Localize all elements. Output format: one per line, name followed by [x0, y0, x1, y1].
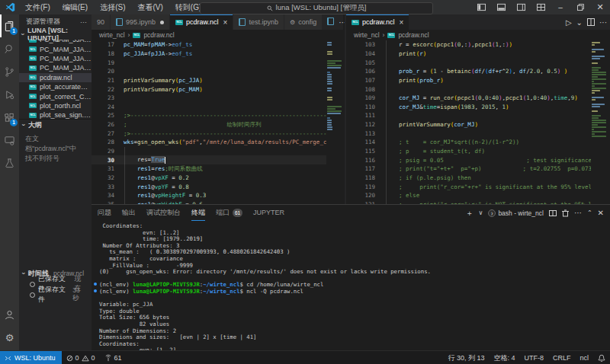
- minimap-line: [592, 67, 601, 69]
- terminal-selector[interactable]: ❯ bash - wirte_ncl: [488, 209, 544, 217]
- activity-explorer[interactable]: 1: [0, 14, 19, 37]
- split-editor-icon[interactable]: [587, 18, 595, 26]
- customize-layout-icon[interactable]: [531, 0, 551, 14]
- minimap-line: [592, 92, 595, 94]
- window-title-search[interactable]: luna [WSL: Ubuntu] [管理员]: [200, 2, 433, 14]
- code-editor-right[interactable]: 103 r = escorc(pcpc1(0,:),pcpc1(1,:))104…: [346, 40, 610, 204]
- notifications-bell[interactable]: [593, 351, 610, 364]
- file-item[interactable]: NCLPC_MAM_JJA_scatter_...: [19, 54, 92, 63]
- folder-section-header[interactable]: › LUNA [WSL: UBUNTU]: [19, 29, 92, 40]
- menu-item[interactable]: 编辑(E): [57, 0, 93, 14]
- activity-source-control[interactable]: [0, 60, 19, 83]
- terminal-dropdown-icon[interactable]: ∨: [479, 209, 483, 216]
- file-item[interactable]: NCLplot_north.ncl: [19, 101, 92, 110]
- toggle-secondary-sidebar-icon[interactable]: [511, 0, 531, 14]
- timeline-item[interactable]: 已保存文件33 秒: [19, 289, 92, 300]
- tab-90[interactable]: 90: [92, 14, 111, 30]
- file-item[interactable]: NCLplot_sea_sign.ncl: [19, 110, 92, 119]
- language-mode[interactable]: ncl: [575, 351, 593, 364]
- activity-remote-explorer[interactable]: [0, 129, 19, 152]
- indentation[interactable]: 空格: 4: [489, 351, 519, 364]
- minimap[interactable]: [591, 40, 608, 204]
- account-icon[interactable]: [0, 303, 19, 326]
- code-segment: res=: [124, 156, 151, 163]
- notebook-icon: [239, 18, 246, 26]
- bottom-panel: 问题输出调试控制台终端端口61JUPYTER ＋ ∨ ❯ bash - wirt…: [92, 204, 610, 351]
- minimize-icon[interactable]: –: [551, 0, 570, 14]
- menu-item[interactable]: 查看(V): [132, 0, 168, 14]
- panel-more-actions-icon[interactable]: ···: [574, 209, 582, 217]
- tab-pcdraw.ncl[interactable]: NCLpcdraw.ncl×: [346, 14, 409, 30]
- notebook-icon[interactable]: [327, 18, 334, 27]
- activity-search[interactable]: [0, 37, 19, 60]
- activity-extensions[interactable]: 1: [0, 106, 19, 129]
- ncl-file-icon: NCL: [29, 65, 37, 71]
- minimap-line: [327, 69, 343, 71]
- problems-indicator[interactable]: 0 0: [62, 351, 100, 364]
- error-icon: [66, 355, 73, 362]
- file-item[interactable]: NCLPC_MAM_JJA_scatter_...: [19, 44, 92, 53]
- breadcrumb-file[interactable]: pcdraw.ncl: [143, 31, 174, 39]
- activity-testing[interactable]: [0, 152, 19, 174]
- minimap-line: [327, 92, 343, 94]
- file-item[interactable]: NCLpcdraw.ncl: [19, 73, 92, 82]
- code-line: 28wks=gsn_open_wks("pdf","/mnt/e/luna_da…: [92, 138, 343, 147]
- panel-tab-问题[interactable]: 问题: [98, 205, 111, 221]
- sidebar-more-actions-icon[interactable]: ···: [80, 18, 87, 26]
- restore-icon[interactable]: [570, 0, 590, 14]
- code-segment: =: [419, 68, 430, 75]
- file-item[interactable]: NCLPC_MAM_JJA_scatter....: [19, 63, 92, 72]
- cursor-position[interactable]: 行 30, 列 13: [443, 351, 489, 364]
- code-line: 31 res1=res;时间系数曲线: [92, 164, 343, 174]
- minimap[interactable]: [326, 40, 343, 204]
- close-panel-icon[interactable]: ✕: [598, 209, 604, 217]
- panel-tab-调试控制台[interactable]: 调试控制台: [146, 205, 181, 221]
- settings-gear-icon[interactable]: ⚙: [0, 326, 19, 349]
- panel-tab-终端[interactable]: 终端: [191, 205, 205, 221]
- toggle-sidebar-icon[interactable]: [471, 0, 491, 14]
- code-segment: ): [574, 94, 578, 101]
- ports-indicator[interactable]: 61: [100, 351, 127, 364]
- kill-terminal-icon[interactable]: [562, 209, 569, 217]
- close-icon[interactable]: ×: [223, 18, 228, 27]
- code-editor-left[interactable]: 17pc_MAM=fpMAM->eof_ts18pc_JJA=fpJJA->eo…: [92, 40, 343, 204]
- run-dropdown-icon[interactable]: ⌄: [576, 18, 583, 27]
- tab-pcdraw.ncl[interactable]: NCLpcdraw.ncl×: [170, 14, 233, 30]
- code-segment: 40: [492, 94, 499, 101]
- toggle-panel-icon[interactable]: [491, 0, 511, 14]
- code-segment: r =: [385, 41, 413, 48]
- terminal-output[interactable]: Coordinates: evn: [1..2] time: [1979..20…: [92, 222, 610, 351]
- breadcrumb-folder[interactable]: wirte_ncl: [354, 31, 380, 39]
- code-segment: [385, 68, 399, 75]
- tab-config[interactable]: ⚙config: [284, 14, 323, 30]
- panel-tab-JUPYTER[interactable]: JUPYTER: [253, 205, 284, 221]
- outline-section-header[interactable]: › 大纲: [19, 119, 92, 130]
- new-terminal-icon[interactable]: ＋: [466, 208, 474, 219]
- panel-tab-端口[interactable]: 端口61: [216, 205, 242, 221]
- activity-run-debug[interactable]: [0, 83, 19, 106]
- menu-item[interactable]: 选择(S): [95, 0, 130, 14]
- remote-indicator[interactable]: WSL: Ubuntu: [0, 351, 62, 364]
- file-item[interactable]: NCLplot_accurate_Beijing...: [19, 82, 92, 91]
- minimap-line: [592, 113, 608, 114]
- maximize-panel-icon[interactable]: ⌃: [587, 209, 592, 216]
- menu-item[interactable]: 文件(F): [20, 0, 56, 14]
- split-terminal-icon[interactable]: [549, 209, 557, 217]
- close-icon[interactable]: ×: [400, 18, 404, 27]
- breadcrumb-file[interactable]: pcdraw.ncl: [398, 31, 429, 39]
- code-segment: escorc: [413, 41, 433, 48]
- close-icon[interactable]: ✕: [590, 0, 610, 14]
- tab-995.ipynb[interactable]: 995.ipynb: [111, 14, 170, 30]
- file-item[interactable]: NCLplot_correct_Chinama...: [19, 91, 92, 101]
- line-number: 17: [92, 41, 114, 48]
- code-segment: printVarSummary: [124, 77, 175, 84]
- panel-tab-输出[interactable]: 输出: [122, 205, 136, 221]
- tab-test.ipynb[interactable]: test.ipynb: [233, 14, 284, 30]
- encoding[interactable]: UTF-8: [519, 351, 548, 364]
- minimap-line: [592, 53, 608, 55]
- editor-group-left: 90995.ipynbNCLpcdraw.ncl×test.ipynb⚙conf…: [92, 14, 343, 204]
- more-actions-icon[interactable]: ···: [599, 18, 607, 27]
- run-button[interactable]: ▷: [566, 18, 572, 27]
- eol-sequence[interactable]: CRLF: [548, 351, 576, 364]
- breadcrumb-folder[interactable]: wirte_ncl: [99, 31, 125, 39]
